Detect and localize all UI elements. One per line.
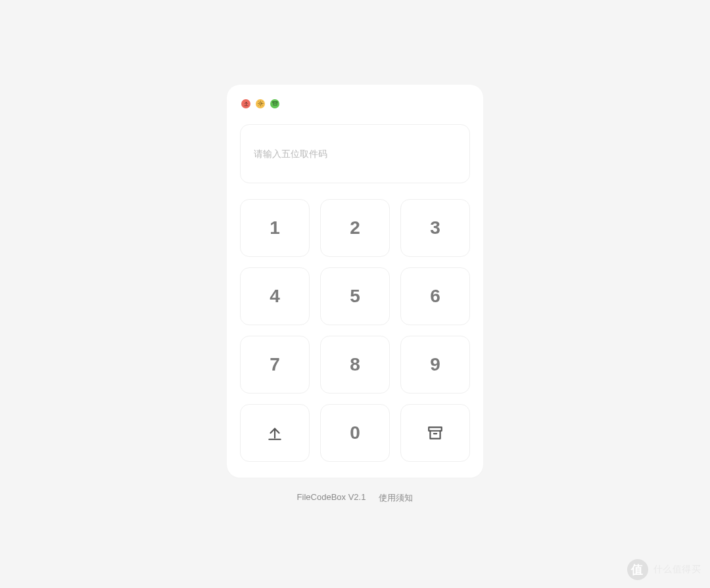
watermark: 值 什么值得买 [627,559,701,580]
upload-control[interactable] [241,99,250,108]
key-6[interactable]: 6 [400,267,470,325]
watermark-badge: 值 [627,559,648,580]
code-entry-card: 1 2 3 4 5 6 7 8 9 0 [227,85,483,478]
window-controls [240,98,470,108]
terms-link[interactable]: 使用须知 [379,492,413,504]
key-9[interactable]: 9 [400,336,470,394]
archive-icon [427,424,444,441]
app-version-link[interactable]: FileCodeBox V2.1 [297,492,366,504]
key-3[interactable]: 3 [400,199,470,257]
svg-point-0 [260,102,262,104]
key-upload[interactable] [240,404,310,462]
svg-rect-2 [429,427,442,430]
key-archive[interactable] [400,404,470,462]
upload-icon [266,424,283,441]
svg-rect-1 [273,102,277,103]
footer: FileCodeBox V2.1 使用须知 [297,492,414,504]
key-1[interactable]: 1 [240,199,310,257]
code-input[interactable] [254,148,456,159]
key-7[interactable]: 7 [240,336,310,394]
key-4[interactable]: 4 [240,267,310,325]
key-8[interactable]: 8 [320,336,390,394]
code-input-container [240,124,470,183]
key-2[interactable]: 2 [320,199,390,257]
key-0[interactable]: 0 [320,404,390,462]
sun-icon [258,101,264,106]
watermark-text: 什么值得买 [653,564,701,576]
archive-control[interactable] [270,99,279,108]
theme-control[interactable] [256,99,265,108]
archive-icon [272,101,278,106]
key-5[interactable]: 5 [320,267,390,325]
keypad: 1 2 3 4 5 6 7 8 9 0 [240,199,470,462]
upload-icon [243,101,249,106]
